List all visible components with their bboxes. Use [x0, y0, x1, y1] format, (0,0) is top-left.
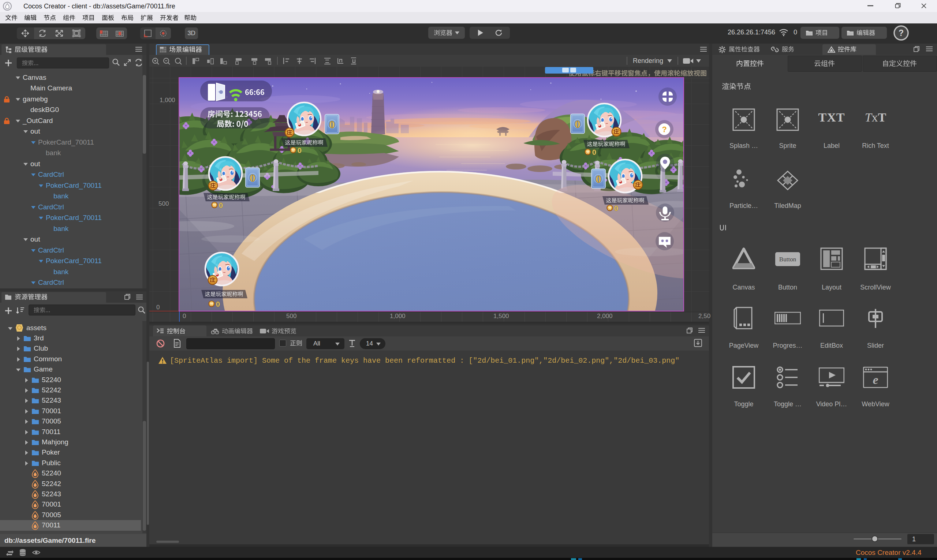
- svg-text:?: ?: [899, 28, 904, 38]
- svg-text:e: e: [872, 373, 878, 386]
- svg-text:0: 0: [216, 300, 220, 308]
- svg-text:0: 0: [592, 148, 596, 156]
- svg-text:?: ?: [662, 125, 666, 134]
- svg-text:0: 0: [298, 146, 302, 154]
- svg-text:0: 0: [614, 204, 618, 212]
- svg-text:0: 0: [219, 201, 223, 209]
- svg-text:Button: Button: [779, 256, 797, 263]
